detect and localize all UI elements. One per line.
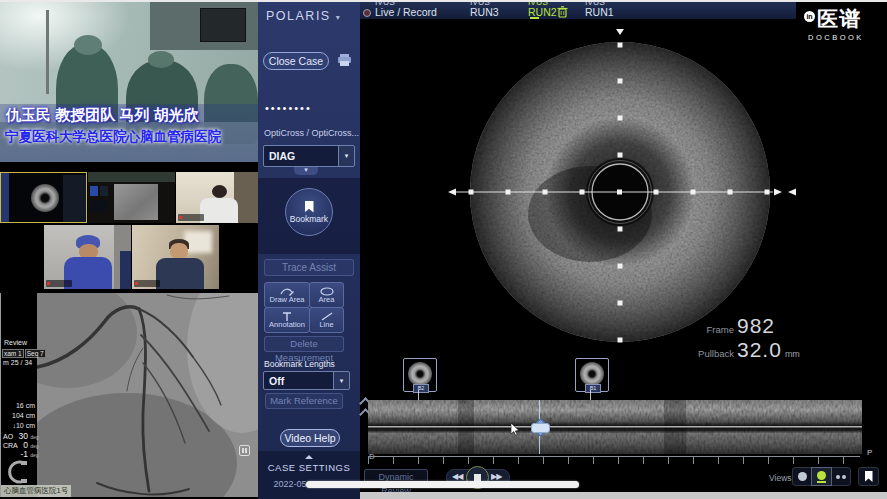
tab-label: RUN1 <box>585 7 614 17</box>
record-dot-icon <box>363 9 371 17</box>
imaging-mode-dropdown[interactable]: DIAG ▾ <box>263 145 355 167</box>
stop-icon <box>474 474 481 481</box>
line-button[interactable]: Line <box>309 307 344 333</box>
angio-review-label: Review <box>4 339 27 346</box>
video-player-progress-bar[interactable] <box>306 481 579 488</box>
chevron-down-icon: ▾ <box>338 146 354 166</box>
chevron-down-icon: ▾ <box>336 13 342 22</box>
view-current-button-selected[interactable] <box>812 468 831 485</box>
tab-label: Live / Record <box>375 7 437 17</box>
vc3-person-head <box>212 185 227 198</box>
vc-thumbnail-nurse[interactable] <box>44 225 131 289</box>
scrubber-pill <box>531 423 550 433</box>
tab-live-record[interactable]: IVUS Live / Record <box>375 2 437 17</box>
video-help-button[interactable]: Video Help <box>280 429 340 447</box>
bookmark-button[interactable]: Bookmark <box>285 188 333 236</box>
view-dual-button[interactable] <box>831 468 850 485</box>
surgeon-cap <box>74 35 102 55</box>
angio-station-label: 心脑血管病医院1号 <box>1 485 71 497</box>
case-settings-bar[interactable]: CASE SETTINGS 2022-05-13 07:47 <box>258 451 360 499</box>
coronary-angiogram-image <box>37 293 259 497</box>
angio-detector-distance: ↓10 cm <box>3 422 35 429</box>
ivus-longitudinal-view[interactable] <box>368 400 862 454</box>
angio-exam-seq: xam 1Seq 7 <box>2 349 47 358</box>
draw-area-button[interactable]: Draw Area <box>264 282 310 308</box>
run-tab-bar: IVUS Live / Record IVUS RUN3 IVUS RUN2 I… <box>360 2 796 19</box>
pullback-unit: mm <box>785 349 800 359</box>
surgery-video-feed: 仇玉民 教授团队 马列 胡光欣 宁夏医科大学总医院心脑血管病医院 <box>0 2 258 162</box>
print-icon[interactable] <box>337 54 352 67</box>
docbook-cn-name: 医谱 <box>817 7 861 31</box>
vc-thumbnail-cathlab[interactable] <box>88 172 175 223</box>
docbook-badge-icon: in <box>804 11 815 22</box>
fast-forward-button[interactable]: ▶▶ <box>491 472 501 481</box>
view-single-button[interactable] <box>793 468 812 485</box>
vc-thumbnail-remote-doctor[interactable] <box>176 172 258 223</box>
rewind-button[interactable]: ◀◀ <box>452 472 462 481</box>
ild-scrubber-handle[interactable] <box>531 418 548 436</box>
caption-team-names: 仇玉民 教授团队 马列 胡光欣 <box>0 104 258 125</box>
bookmark-b1-mini-ivus <box>580 362 604 386</box>
ivus-cross-section-image[interactable] <box>440 22 800 362</box>
vc-thumbnail-ivus-screen[interactable] <box>0 172 87 223</box>
angiography-video-feed: Review xam 1Seq 7 m 25 / 34 16 cm 104 cm… <box>0 293 258 497</box>
vc2-monitor <box>90 186 98 196</box>
bookmark-b1-label: B1 <box>585 384 601 393</box>
polaris-ivus-workstation-screen: 仇玉民 教授团队 马列 胡光欣 宁夏医科大学总医院心脑血管病医院 <box>0 0 887 499</box>
docbook-en-name: DOCBOOK <box>808 33 864 42</box>
tab-run2-selected[interactable]: IVUS RUN2 <box>528 2 557 17</box>
bookmark-thumbnail-b2[interactable]: B2 <box>403 358 437 392</box>
vc2-monitor <box>100 186 108 196</box>
delete-measurement-button[interactable]: Delete Measurement <box>264 336 344 352</box>
broadcast-caption: 仇玉民 教授团队 马列 胡光欣 宁夏医科大学总医院心脑血管病医院 <box>0 104 258 162</box>
bottom-frame-edge <box>360 492 887 499</box>
bookmark-b2-mini-ivus <box>408 362 432 386</box>
chevron-down-icon: ▾ <box>333 372 349 389</box>
mouse-cursor-icon <box>511 423 520 436</box>
vc2-angio-screen <box>114 184 158 220</box>
vc4-second-person <box>120 251 131 289</box>
bookmark-view-button[interactable] <box>858 467 879 486</box>
catheter-info-label: OptiCross / OptiCross... <box>264 128 359 138</box>
mark-reference-button[interactable]: Mark Reference <box>265 393 343 409</box>
trash-icon[interactable] <box>557 6 568 18</box>
polaris-menu[interactable]: POLARIS ▾ <box>266 9 341 23</box>
vc1-app-sidebar <box>1 173 9 223</box>
bookmark-lengths-dropdown[interactable]: Off ▾ <box>263 371 350 390</box>
dual-view-icon <box>836 475 846 479</box>
surgeon-cap <box>148 51 174 68</box>
angio-pause-icon <box>239 445 250 456</box>
vc1-mini-ivus-circle <box>31 184 59 212</box>
tab-label: RUN3 <box>470 7 499 17</box>
selected-view-underline <box>817 481 826 483</box>
current-view-icon <box>817 471 826 480</box>
close-case-button[interactable]: Close Case <box>263 52 329 70</box>
proximal-label: P <box>867 448 872 457</box>
c-arm-icon <box>4 460 30 484</box>
views-toggle-group <box>792 467 851 486</box>
annotation-button[interactable]: Annotation <box>264 307 310 333</box>
trace-assist-button[interactable]: Trace Assist <box>264 259 354 276</box>
vc4-name-chip <box>46 280 72 287</box>
caption-hospital-name: 宁夏医科大学总医院心脑血管病医院 <box>0 125 258 146</box>
or-monitor <box>200 8 246 42</box>
frame-label: Frame <box>690 324 737 335</box>
vc2-room-strip <box>88 172 175 182</box>
line-label: Line <box>319 321 333 329</box>
bookmark-lengths-value: Off <box>264 375 333 387</box>
vc5-person-head <box>170 243 188 259</box>
area-label: Area <box>319 296 335 304</box>
angio-sid-distance: 16 cm <box>3 402 35 409</box>
angio-rotation-angle: -1 deg <box>3 449 36 459</box>
panel-collapse-tab[interactable]: ▾ <box>294 167 318 175</box>
ivus-readout: Frame 982 Pullback 32.0 mm <box>690 314 800 362</box>
vc-thumbnail-doctor[interactable] <box>132 225 219 289</box>
bookmark-thumbnail-b1[interactable]: B1 <box>575 358 609 392</box>
bookmark-b2-label: B2 <box>413 384 429 393</box>
imaging-mode-value: DIAG <box>264 150 338 162</box>
tab-run3[interactable]: IVUS RUN3 <box>470 2 499 17</box>
vc3-name-chip <box>178 214 204 221</box>
patient-name-masked: •••••••• <box>265 102 312 114</box>
tab-run1[interactable]: IVUS RUN1 <box>585 2 614 17</box>
area-button[interactable]: Area <box>309 282 344 308</box>
